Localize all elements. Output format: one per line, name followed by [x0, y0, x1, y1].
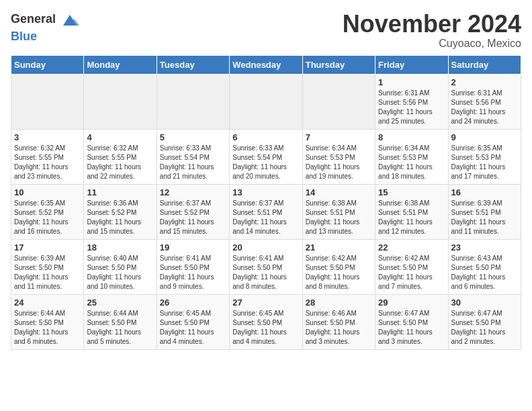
- day-info: Sunrise: 6:32 AM Sunset: 5:55 PM Dayligh…: [14, 144, 81, 181]
- day-info: Sunrise: 6:34 AM Sunset: 5:53 PM Dayligh…: [378, 144, 445, 181]
- day-info: Sunrise: 6:38 AM Sunset: 5:51 PM Dayligh…: [378, 199, 445, 236]
- day-info: Sunrise: 6:47 AM Sunset: 5:50 PM Dayligh…: [451, 309, 518, 347]
- day-info: Sunrise: 6:37 AM Sunset: 5:52 PM Dayligh…: [160, 199, 226, 236]
- header-cell-saturday: Saturday: [448, 55, 521, 74]
- day-number: 10: [14, 187, 81, 197]
- day-cell: [84, 74, 157, 129]
- day-cell: 6Sunrise: 6:33 AM Sunset: 5:54 PM Daylig…: [230, 129, 302, 184]
- day-info: Sunrise: 6:32 AM Sunset: 5:55 PM Dayligh…: [87, 144, 153, 181]
- week-row-4: 24Sunrise: 6:44 AM Sunset: 5:50 PM Dayli…: [11, 294, 521, 349]
- day-number: 12: [160, 187, 226, 197]
- day-info: Sunrise: 6:47 AM Sunset: 5:50 PM Dayligh…: [378, 309, 445, 347]
- day-info: Sunrise: 6:41 AM Sunset: 5:50 PM Dayligh…: [232, 254, 299, 291]
- day-info: Sunrise: 6:33 AM Sunset: 5:54 PM Dayligh…: [232, 144, 299, 181]
- day-number: 20: [232, 242, 299, 253]
- day-cell: 25Sunrise: 6:44 AM Sunset: 5:50 PM Dayli…: [84, 294, 157, 349]
- day-cell: 17Sunrise: 6:39 AM Sunset: 5:50 PM Dayli…: [11, 239, 84, 294]
- day-number: 25: [87, 298, 153, 308]
- week-row-2: 10Sunrise: 6:35 AM Sunset: 5:52 PM Dayli…: [11, 184, 521, 239]
- day-info: Sunrise: 6:44 AM Sunset: 5:50 PM Dayligh…: [14, 309, 81, 347]
- day-info: Sunrise: 6:41 AM Sunset: 5:50 PM Dayligh…: [160, 254, 226, 291]
- day-info: Sunrise: 6:43 AM Sunset: 5:50 PM Dayligh…: [451, 254, 518, 291]
- day-cell: 22Sunrise: 6:42 AM Sunset: 5:50 PM Dayli…: [375, 239, 448, 294]
- logo-blue: Blue: [11, 30, 37, 43]
- day-cell: 30Sunrise: 6:47 AM Sunset: 5:50 PM Dayli…: [448, 294, 521, 349]
- day-cell: 9Sunrise: 6:35 AM Sunset: 5:53 PM Daylig…: [448, 129, 521, 184]
- day-cell: 11Sunrise: 6:36 AM Sunset: 5:52 PM Dayli…: [84, 184, 157, 239]
- day-number: 6: [232, 132, 299, 142]
- calendar-header: SundayMondayTuesdayWednesdayThursdayFrid…: [11, 55, 521, 74]
- day-number: 24: [14, 298, 81, 308]
- day-cell: 29Sunrise: 6:47 AM Sunset: 5:50 PM Dayli…: [375, 294, 448, 349]
- day-number: 2: [451, 77, 518, 87]
- day-cell: 21Sunrise: 6:42 AM Sunset: 5:50 PM Dayli…: [302, 239, 375, 294]
- day-number: 23: [451, 242, 518, 253]
- title-area: November 2024 Cuyoaco, Mexico: [343, 11, 521, 50]
- day-info: Sunrise: 6:35 AM Sunset: 5:53 PM Dayligh…: [451, 144, 518, 181]
- day-cell: [230, 74, 302, 129]
- day-number: 21: [306, 242, 372, 253]
- day-cell: 27Sunrise: 6:45 AM Sunset: 5:50 PM Dayli…: [230, 294, 302, 349]
- day-cell: 8Sunrise: 6:34 AM Sunset: 5:53 PM Daylig…: [375, 129, 448, 184]
- header-cell-friday: Friday: [375, 55, 448, 74]
- day-number: 13: [232, 187, 299, 197]
- day-number: 30: [451, 298, 518, 308]
- day-info: Sunrise: 6:37 AM Sunset: 5:51 PM Dayligh…: [232, 199, 299, 236]
- day-info: Sunrise: 6:46 AM Sunset: 5:50 PM Dayligh…: [306, 309, 372, 347]
- day-info: Sunrise: 6:31 AM Sunset: 5:56 PM Dayligh…: [451, 89, 518, 126]
- day-info: Sunrise: 6:42 AM Sunset: 5:50 PM Dayligh…: [306, 254, 372, 291]
- day-info: Sunrise: 6:45 AM Sunset: 5:50 PM Dayligh…: [232, 309, 299, 347]
- day-info: Sunrise: 6:39 AM Sunset: 5:51 PM Dayligh…: [451, 199, 518, 236]
- subtitle: Cuyoaco, Mexico: [343, 38, 521, 50]
- day-cell: 7Sunrise: 6:34 AM Sunset: 5:53 PM Daylig…: [302, 129, 375, 184]
- logo-general: General: [11, 12, 56, 26]
- day-number: 27: [232, 298, 299, 308]
- day-number: 4: [87, 132, 153, 142]
- header-cell-thursday: Thursday: [302, 55, 375, 74]
- day-number: 14: [306, 187, 372, 197]
- day-number: 11: [87, 187, 153, 197]
- header-cell-wednesday: Wednesday: [230, 55, 302, 74]
- day-cell: 15Sunrise: 6:38 AM Sunset: 5:51 PM Dayli…: [375, 184, 448, 239]
- header-cell-monday: Monday: [84, 55, 157, 74]
- day-number: 3: [14, 132, 81, 142]
- day-info: Sunrise: 6:42 AM Sunset: 5:50 PM Dayligh…: [378, 254, 445, 291]
- day-cell: 16Sunrise: 6:39 AM Sunset: 5:51 PM Dayli…: [448, 184, 521, 239]
- day-number: 7: [306, 132, 372, 142]
- day-number: 28: [306, 298, 372, 308]
- day-cell: 12Sunrise: 6:37 AM Sunset: 5:52 PM Dayli…: [157, 184, 229, 239]
- week-row-3: 17Sunrise: 6:39 AM Sunset: 5:50 PM Dayli…: [11, 239, 521, 294]
- day-info: Sunrise: 6:31 AM Sunset: 5:56 PM Dayligh…: [378, 89, 445, 126]
- day-number: 9: [451, 132, 518, 142]
- day-number: 26: [160, 298, 226, 308]
- day-cell: 2Sunrise: 6:31 AM Sunset: 5:56 PM Daylig…: [448, 74, 521, 129]
- day-number: 1: [378, 77, 445, 87]
- day-cell: 13Sunrise: 6:37 AM Sunset: 5:51 PM Dayli…: [230, 184, 302, 239]
- day-info: Sunrise: 6:36 AM Sunset: 5:52 PM Dayligh…: [87, 199, 153, 236]
- day-info: Sunrise: 6:35 AM Sunset: 5:52 PM Dayligh…: [14, 199, 81, 236]
- header-row: SundayMondayTuesdayWednesdayThursdayFrid…: [11, 55, 521, 74]
- day-cell: 20Sunrise: 6:41 AM Sunset: 5:50 PM Dayli…: [230, 239, 302, 294]
- day-cell: 26Sunrise: 6:45 AM Sunset: 5:50 PM Dayli…: [157, 294, 229, 349]
- day-cell: 18Sunrise: 6:40 AM Sunset: 5:50 PM Dayli…: [84, 239, 157, 294]
- day-info: Sunrise: 6:34 AM Sunset: 5:53 PM Dayligh…: [306, 144, 372, 181]
- day-info: Sunrise: 6:39 AM Sunset: 5:50 PM Dayligh…: [14, 254, 81, 291]
- day-number: 19: [160, 242, 226, 253]
- day-cell: 23Sunrise: 6:43 AM Sunset: 5:50 PM Dayli…: [448, 239, 521, 294]
- day-cell: 5Sunrise: 6:33 AM Sunset: 5:54 PM Daylig…: [157, 129, 229, 184]
- day-cell: [157, 74, 229, 129]
- month-title: November 2024: [343, 11, 521, 38]
- day-number: 22: [378, 242, 445, 253]
- day-cell: 4Sunrise: 6:32 AM Sunset: 5:55 PM Daylig…: [84, 129, 157, 184]
- header-cell-tuesday: Tuesday: [157, 55, 229, 74]
- day-info: Sunrise: 6:38 AM Sunset: 5:51 PM Dayligh…: [306, 199, 372, 236]
- logo: General Blue: [11, 11, 79, 44]
- day-number: 18: [87, 242, 153, 253]
- day-number: 16: [451, 187, 518, 197]
- day-cell: 28Sunrise: 6:46 AM Sunset: 5:50 PM Dayli…: [302, 294, 375, 349]
- day-number: 17: [14, 242, 81, 253]
- day-number: 8: [378, 132, 445, 142]
- day-info: Sunrise: 6:44 AM Sunset: 5:50 PM Dayligh…: [87, 309, 153, 347]
- day-number: 5: [160, 132, 226, 142]
- day-info: Sunrise: 6:45 AM Sunset: 5:50 PM Dayligh…: [160, 309, 226, 347]
